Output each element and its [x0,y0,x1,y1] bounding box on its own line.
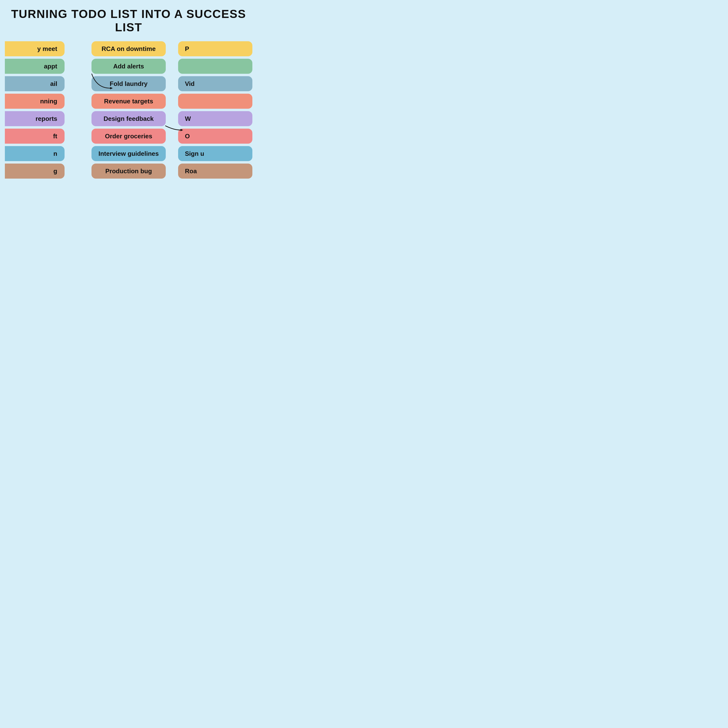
todo-item-center-4: Revenue targets [92,94,166,109]
page-title: TURNING TODO LIST INTO A SUCCESS LIST [5,7,252,34]
todo-item-left-1: y meet [5,41,64,56]
todo-item-left-2: appt [5,59,64,74]
todo-item-right-3: Vid [178,76,252,91]
todo-item-center-7: Interview guidelines [92,146,166,161]
todo-item-left-4: nning [5,94,64,109]
todo-item-right-7: Sign u [178,146,252,161]
todo-item-center-2: Add alerts [92,59,166,74]
todo-item-left-7: n [5,146,64,161]
todo-item-right-8: Roa [178,164,252,179]
todo-item-right-5: W [178,111,252,126]
center-column: RCA on downtimeAdd alertsFold laundryRev… [92,41,166,179]
todo-item-right-2 [178,59,252,74]
columns-wrapper: y meetapptailnningreportsftng RCA on dow… [5,41,252,179]
todo-item-center-8: Production bug [92,164,166,179]
todo-item-left-8: g [5,164,64,179]
page: TURNING TODO LIST INTO A SUCCESS LIST y … [0,0,257,243]
todo-item-center-3: Fold laundry [92,76,166,91]
todo-item-left-6: ft [5,128,64,144]
todo-item-right-1: P [178,41,252,56]
todo-item-left-3: ail [5,76,64,91]
todo-item-left-5: reports [5,111,64,126]
todo-item-center-5: Design feedback [92,111,166,126]
todo-item-right-6: O [178,128,252,144]
todo-item-center-6: Order groceries [92,128,166,144]
left-column: y meetapptailnningreportsftng [5,41,79,179]
todo-item-center-1: RCA on downtime [92,41,166,56]
right-column: PVidWOSign uRoa [178,41,252,179]
todo-item-right-4 [178,94,252,109]
